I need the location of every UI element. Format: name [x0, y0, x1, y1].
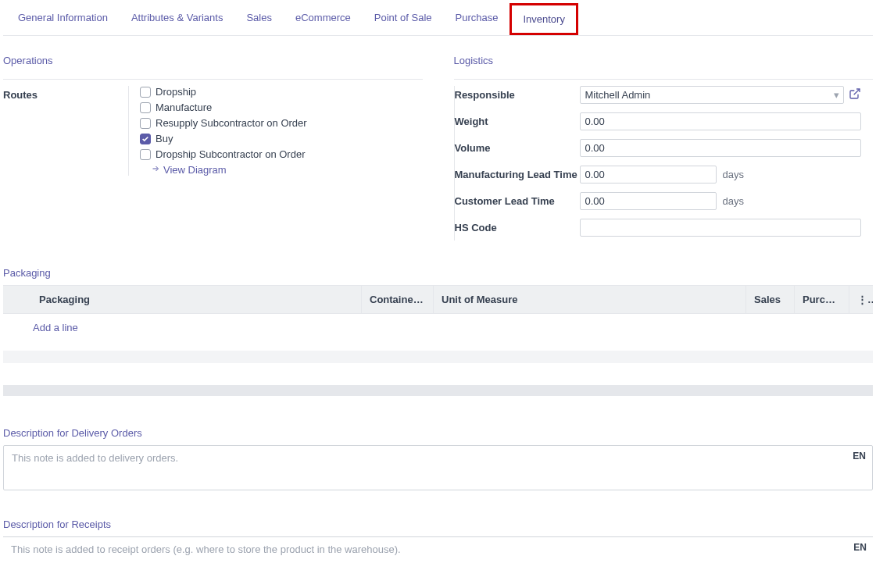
- col-uom[interactable]: Unit of Measure: [434, 286, 746, 313]
- add-a-line[interactable]: Add a line: [3, 314, 873, 341]
- col-packaging[interactable]: Packaging: [31, 286, 362, 313]
- tab-sales[interactable]: Sales: [234, 3, 284, 35]
- route-manufacture-checkbox[interactable]: [140, 102, 151, 113]
- tab-point-of-sale[interactable]: Point of Sale: [363, 3, 444, 35]
- col-purchase[interactable]: Purcha…: [795, 286, 849, 313]
- product-tabs: General Information Attributes & Variant…: [3, 3, 873, 36]
- col-sales[interactable]: Sales: [746, 286, 795, 313]
- volume-input[interactable]: [580, 139, 861, 157]
- packaging-section: Packaging Packaging Contained … Unit of …: [3, 267, 873, 363]
- logistics-title: Logistics: [454, 55, 874, 71]
- divider-bar: [3, 385, 873, 396]
- route-dropship-subcontractor-label: Dropship Subcontractor on Order: [156, 148, 305, 160]
- route-buy-checkbox[interactable]: [140, 134, 151, 144]
- route-dropship-checkbox[interactable]: [140, 87, 151, 98]
- cust-lead-input[interactable]: [580, 192, 717, 210]
- view-diagram-label: View Diagram: [163, 164, 227, 176]
- cust-lead-label: Customer Lead Time: [455, 192, 580, 207]
- mfg-lead-label: Manufacturing Lead Time: [455, 166, 580, 182]
- operations-title: Operations: [3, 55, 423, 71]
- hs-code-input[interactable]: [580, 219, 861, 237]
- packaging-title: Packaging: [3, 267, 873, 279]
- desc-receipts-section: Description for Receipts This note is ad…: [3, 519, 873, 561]
- view-diagram-link[interactable]: View Diagram: [151, 164, 307, 176]
- operations-section: Operations Routes Dropship Manufacture: [3, 55, 423, 245]
- route-buy-label: Buy: [156, 133, 173, 144]
- table-spacer: [3, 351, 873, 363]
- svg-line-0: [853, 89, 859, 94]
- route-resupply-subcontractor-label: Resupply Subcontractor on Order: [156, 117, 307, 129]
- volume-label: Volume: [455, 139, 580, 154]
- tab-purchase[interactable]: Purchase: [444, 3, 510, 35]
- responsible-select[interactable]: [580, 86, 844, 104]
- route-dropship-label: Dropship: [156, 86, 196, 98]
- arrow-right-icon: [151, 164, 160, 176]
- desc-delivery-textarea[interactable]: This note is added to delivery orders. E…: [3, 445, 873, 490]
- tab-inventory[interactable]: Inventory: [510, 3, 577, 35]
- mfg-lead-unit: days: [723, 169, 744, 180]
- desc-receipts-title: Description for Receipts: [3, 519, 873, 530]
- routes-label: Routes: [3, 86, 128, 101]
- route-manufacture-label: Manufacture: [156, 102, 212, 113]
- weight-label: Weight: [455, 112, 580, 127]
- desc-delivery-title: Description for Delivery Orders: [3, 427, 873, 439]
- desc-receipts-textarea[interactable]: This note is added to receipt orders (e.…: [3, 536, 873, 561]
- packaging-table-header: Packaging Contained … Unit of Measure Sa…: [3, 286, 873, 314]
- col-select-all[interactable]: [3, 286, 31, 313]
- route-dropship-subcontractor-checkbox[interactable]: [140, 149, 151, 160]
- desc-receipts-placeholder: This note is added to receipt orders (e.…: [11, 543, 401, 555]
- tab-general-information[interactable]: General Information: [6, 3, 120, 35]
- desc-receipts-lang[interactable]: EN: [853, 542, 867, 553]
- col-options[interactable]: ⋮: [849, 286, 873, 313]
- external-link-icon[interactable]: [849, 87, 861, 102]
- weight-input[interactable]: [580, 112, 861, 130]
- tab-ecommerce[interactable]: eCommerce: [284, 3, 363, 35]
- desc-delivery-placeholder: This note is added to delivery orders.: [12, 452, 178, 464]
- tab-attributes-variants[interactable]: Attributes & Variants: [120, 3, 235, 35]
- desc-delivery-section: Description for Delivery Orders This not…: [3, 427, 873, 490]
- hs-code-label: HS Code: [455, 219, 580, 233]
- logistics-section: Logistics Responsible ▾: [454, 55, 874, 245]
- responsible-label: Responsible: [455, 86, 580, 101]
- cust-lead-unit: days: [723, 195, 744, 207]
- route-resupply-subcontractor-checkbox[interactable]: [140, 118, 151, 129]
- mfg-lead-input[interactable]: [580, 166, 717, 184]
- desc-delivery-lang[interactable]: EN: [853, 451, 866, 461]
- col-contained[interactable]: Contained …: [362, 286, 434, 313]
- kebab-icon: ⋮: [857, 294, 873, 305]
